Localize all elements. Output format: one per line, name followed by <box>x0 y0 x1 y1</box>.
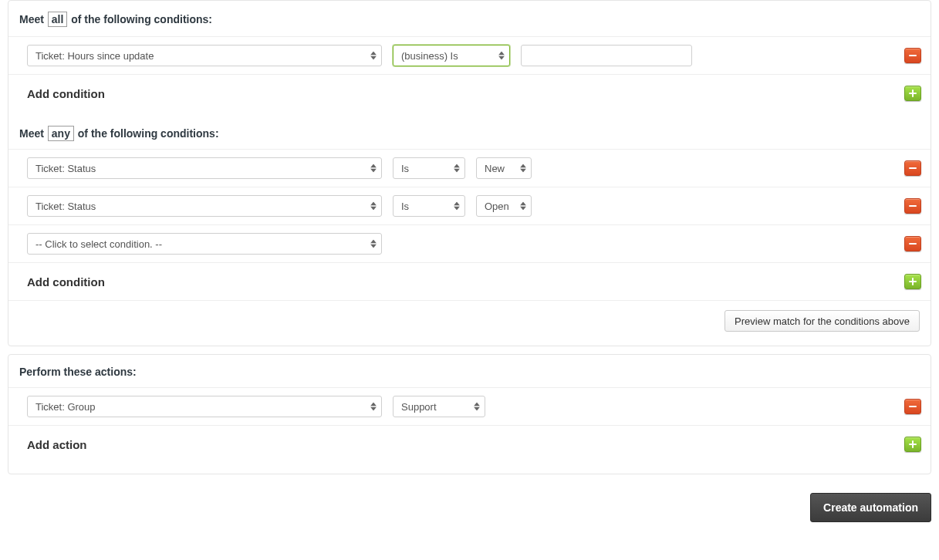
add-action-row: Add action <box>8 425 931 463</box>
heading-prefix: Meet <box>19 127 44 140</box>
add-condition-label: Add condition <box>27 87 105 100</box>
select-value: -- Click to select condition. -- <box>35 238 162 250</box>
select-value: Open <box>485 201 509 212</box>
any-conditions-heading: Meet any of the following conditions: <box>8 112 931 149</box>
heading-prefix: Meet <box>19 13 44 25</box>
plus-icon <box>908 277 917 286</box>
condition-row: Ticket: Status Is Open <box>8 187 931 224</box>
condition-field-select[interactable]: Ticket: Status <box>27 157 382 179</box>
condition-value-input[interactable] <box>521 45 692 66</box>
condition-field-select[interactable]: -- Click to select condition. -- <box>27 233 382 255</box>
remove-condition-button[interactable] <box>904 236 921 251</box>
preview-match-button[interactable]: Preview match for the conditions above <box>725 310 920 332</box>
condition-operator-select[interactable]: Is <box>393 195 465 217</box>
minus-icon <box>908 201 917 211</box>
svg-rect-8 <box>909 406 917 407</box>
add-condition-row: Add condition <box>8 262 931 300</box>
chevrons-icon <box>370 52 377 60</box>
select-value: New <box>485 163 505 174</box>
qualifier-any[interactable]: any <box>48 126 74 141</box>
remove-condition-button[interactable] <box>904 48 921 63</box>
button-label: Preview match for the conditions above <box>735 315 910 327</box>
chevrons-icon <box>454 202 460 211</box>
condition-row: -- Click to select condition. -- <box>8 224 931 262</box>
add-action-button[interactable] <box>904 437 921 452</box>
condition-operator-select[interactable]: (business) Is <box>393 45 510 66</box>
minus-icon <box>908 402 917 411</box>
remove-condition-button[interactable] <box>904 160 921 176</box>
select-value: Is <box>401 163 409 174</box>
add-action-label: Add action <box>27 438 87 451</box>
svg-rect-3 <box>909 167 917 169</box>
button-label: Create automation <box>823 501 918 514</box>
svg-rect-2 <box>909 93 917 94</box>
condition-operator-select[interactable]: Is <box>393 157 465 179</box>
select-value: Ticket: Status <box>35 201 96 212</box>
chevrons-icon <box>370 403 377 411</box>
select-value: Ticket: Hours since update <box>35 50 154 62</box>
chevrons-icon <box>498 52 505 60</box>
actions-heading: Perform these actions: <box>8 355 931 387</box>
chevrons-icon <box>370 202 377 211</box>
select-value: Ticket: Group <box>35 401 96 413</box>
condition-field-select[interactable]: Ticket: Status <box>27 195 382 217</box>
plus-icon <box>908 89 917 98</box>
chevrons-icon <box>454 164 460 173</box>
select-value: Ticket: Status <box>35 163 96 174</box>
minus-icon <box>908 51 917 60</box>
select-value: (business) Is <box>401 50 458 62</box>
add-condition-label: Add condition <box>27 275 105 288</box>
plus-icon <box>908 440 917 449</box>
chevrons-icon <box>370 240 377 248</box>
chevrons-icon <box>474 403 480 411</box>
minus-icon <box>908 239 917 248</box>
select-value: Support <box>401 401 437 413</box>
form-footer: Create automation <box>8 482 931 522</box>
condition-row: Ticket: Status Is New <box>8 149 931 187</box>
heading-suffix: of the following conditions: <box>78 127 219 140</box>
actions-panel: Perform these actions: Ticket: Group Sup… <box>8 354 931 474</box>
remove-action-button[interactable] <box>904 399 921 414</box>
svg-rect-4 <box>909 205 917 207</box>
svg-rect-0 <box>909 55 917 56</box>
chevrons-icon <box>520 164 526 173</box>
action-value-select[interactable]: Support <box>393 396 485 417</box>
heading-suffix: of the following conditions: <box>71 13 212 25</box>
svg-rect-5 <box>909 243 917 245</box>
chevrons-icon <box>520 202 526 211</box>
condition-row: Ticket: Hours since update (business) Is <box>8 36 931 74</box>
svg-rect-10 <box>909 444 917 445</box>
condition-value-select[interactable]: Open <box>476 195 532 217</box>
create-automation-button[interactable]: Create automation <box>810 493 931 522</box>
condition-value-select[interactable]: New <box>476 157 532 179</box>
add-condition-button[interactable] <box>904 274 921 289</box>
select-value: Is <box>401 201 409 212</box>
action-row: Ticket: Group Support <box>8 387 931 425</box>
remove-condition-button[interactable] <box>904 198 921 214</box>
chevrons-icon <box>370 164 377 173</box>
condition-field-select[interactable]: Ticket: Hours since update <box>27 45 382 66</box>
conditions-panel: Meet all of the following conditions: Ti… <box>8 0 931 346</box>
qualifier-all[interactable]: all <box>48 12 68 27</box>
all-conditions-heading: Meet all of the following conditions: <box>8 1 931 36</box>
svg-rect-7 <box>909 281 917 282</box>
add-condition-row: Add condition <box>8 74 931 112</box>
add-condition-button[interactable] <box>904 86 921 101</box>
minus-icon <box>908 164 917 173</box>
action-field-select[interactable]: Ticket: Group <box>27 396 382 417</box>
